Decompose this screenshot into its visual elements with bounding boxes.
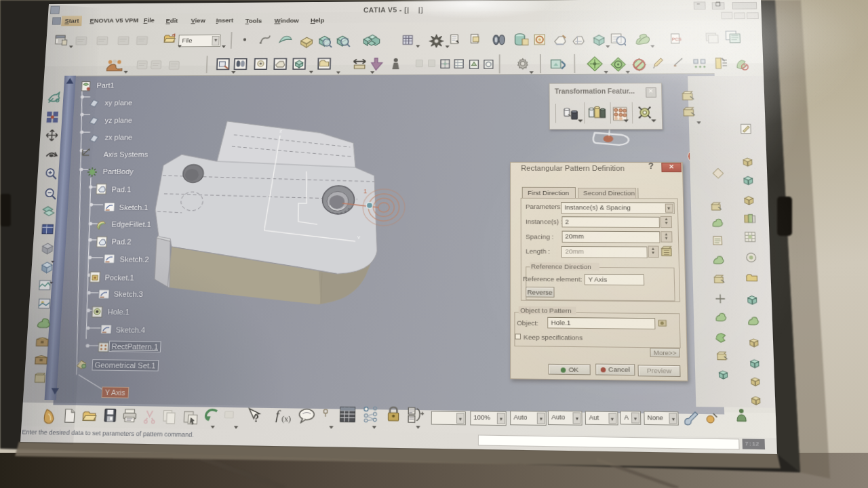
svg-text:(x): (x) [281, 415, 292, 424]
svg-text:?: ? [254, 411, 259, 423]
svg-text:f: f [275, 407, 280, 422]
